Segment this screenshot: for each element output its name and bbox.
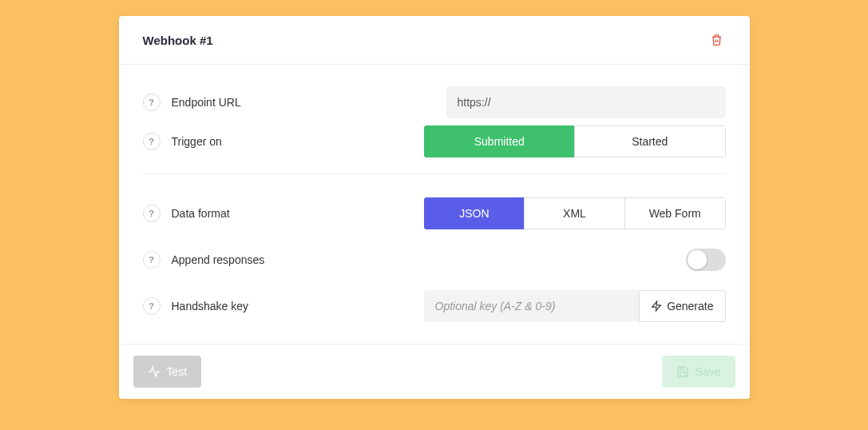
generate-button[interactable]: Generate [639, 290, 725, 322]
row-endpoint: ? Endpoint URL [143, 79, 726, 125]
card-title: Webhook #1 [143, 34, 213, 47]
label-append: Append responses [172, 253, 265, 266]
trigger-option-started[interactable]: Started [574, 125, 726, 157]
help-button-format[interactable]: ? [143, 205, 161, 222]
append-toggle[interactable] [686, 249, 726, 271]
help-button-endpoint[interactable]: ? [143, 94, 161, 111]
lightning-icon [651, 300, 662, 313]
format-option-json[interactable]: JSON [424, 197, 525, 229]
row-trigger: ? Trigger on Submitted Started [143, 125, 726, 174]
format-option-xml[interactable]: XML [524, 197, 624, 229]
save-button[interactable]: Save [662, 356, 735, 388]
webhook-config-card: Webhook #1 ? Endpoint URL ? Trigger on [119, 16, 750, 399]
row-handshake: ? Handshake key Generate [143, 283, 726, 329]
toggle-knob [688, 250, 707, 269]
svg-marker-0 [652, 301, 661, 311]
generate-label: Generate [667, 300, 713, 313]
form-body: ? Endpoint URL ? Trigger on Submitted St… [119, 65, 750, 334]
label-format: Data format [172, 207, 230, 220]
format-option-webform[interactable]: Web Form [624, 197, 726, 229]
test-label: Test [167, 365, 188, 378]
save-icon [676, 365, 689, 378]
activity-icon [148, 365, 161, 378]
save-label: Save [696, 365, 721, 378]
trash-icon [711, 34, 723, 46]
help-button-append[interactable]: ? [143, 251, 161, 269]
delete-button[interactable] [707, 30, 726, 50]
format-segmented-control: JSON XML Web Form [424, 197, 726, 229]
help-button-handshake[interactable]: ? [143, 297, 161, 315]
handshake-key-input[interactable] [424, 290, 640, 322]
help-button-trigger[interactable]: ? [143, 133, 161, 150]
label-trigger: Trigger on [172, 135, 222, 148]
label-endpoint: Endpoint URL [172, 96, 241, 109]
row-append: ? Append responses [143, 237, 726, 283]
card-footer: Test Save [119, 344, 750, 399]
card-header: Webhook #1 [119, 16, 750, 65]
test-button[interactable]: Test [133, 356, 202, 388]
label-handshake: Handshake key [172, 300, 249, 313]
trigger-option-submitted[interactable]: Submitted [424, 125, 575, 157]
endpoint-url-input[interactable] [446, 86, 726, 118]
trigger-segmented-control: Submitted Started [424, 125, 726, 157]
row-format: ? Data format JSON XML Web Form [143, 190, 726, 237]
